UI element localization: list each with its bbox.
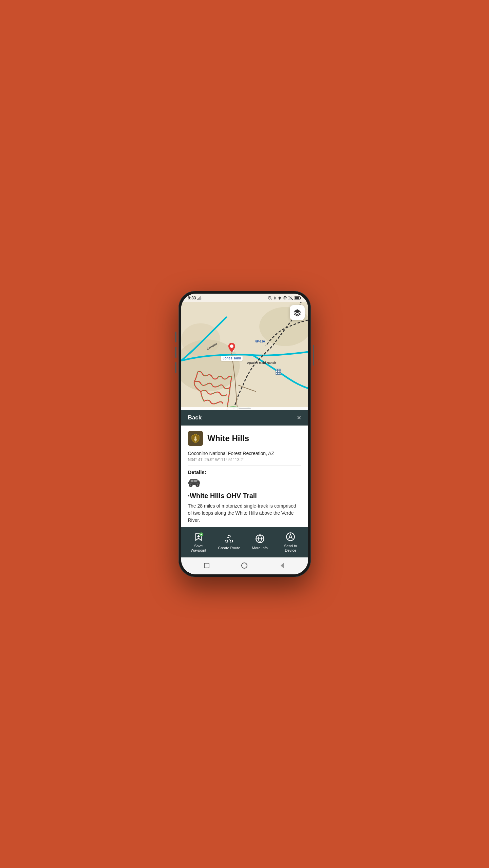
mute-icon [268, 296, 272, 300]
svg-rect-41 [188, 482, 189, 484]
svg-rect-28 [278, 373, 279, 374]
save-waypoint-label: SaveWaypoint [191, 544, 206, 553]
svg-point-38 [190, 485, 191, 486]
svg-rect-11 [291, 296, 292, 300]
silent-button[interactable] [175, 362, 176, 373]
more-info-label: More Info [252, 546, 268, 550]
wifi-icon [283, 296, 287, 300]
battery-icon [295, 296, 301, 300]
svg-rect-25 [278, 371, 279, 372]
trail-name: ·White Hills OHV Trail [188, 492, 301, 500]
action-bar: SaveWaypoint Create Route [181, 527, 308, 557]
svg-rect-35 [191, 480, 193, 482]
status-time-area: 9:33 ≡ [188, 296, 202, 300]
svg-rect-26 [279, 371, 280, 372]
status-bar: 9:33 ≡ [181, 294, 308, 302]
sheet-drag-handle[interactable] [181, 407, 308, 410]
square-icon [203, 562, 210, 569]
trail-description: The 28 miles of motorized single-track i… [188, 502, 301, 524]
svg-rect-2 [200, 297, 200, 300]
no-signal-icon [288, 296, 293, 300]
close-button[interactable]: × [297, 414, 301, 421]
nf-label: NF-120 [255, 340, 265, 343]
save-waypoint-icon [193, 531, 204, 542]
map-view[interactable]: Cornville NF-120 Apache Maid Ranch Jones… [181, 302, 308, 410]
sheet-header: Back × [181, 410, 308, 426]
vehicle-icon-area [188, 478, 301, 489]
svg-rect-42 [199, 482, 200, 484]
bookmark-plus-icon [194, 532, 203, 541]
usfs-logo [190, 433, 201, 443]
create-route-button[interactable]: Create Route [217, 533, 241, 550]
volume-up-button[interactable] [175, 332, 176, 342]
svg-rect-24 [276, 371, 277, 372]
svg-rect-0 [198, 299, 198, 300]
svg-point-7 [284, 299, 285, 300]
svg-rect-8 [288, 299, 289, 300]
signal-icon: ≡ [198, 296, 202, 300]
navigation-icon [286, 532, 295, 541]
create-route-label: Create Route [218, 546, 240, 550]
svg-line-5 [268, 296, 271, 300]
ohv-icon [188, 478, 200, 487]
layers-icon [293, 309, 301, 317]
more-info-button[interactable]: More Info [248, 533, 272, 550]
more-info-icon [255, 533, 265, 544]
bluetooth-icon [273, 296, 277, 300]
svg-rect-27 [276, 373, 277, 374]
send-to-device-icon [285, 531, 296, 542]
place-location: Coconino National Forest Recreation, AZ [188, 451, 301, 456]
svg-rect-36 [194, 480, 197, 482]
bottom-sheet: Back × White Hills [181, 410, 308, 574]
svg-rect-21 [276, 370, 277, 371]
apache-maid-label: Apache Maid Ranch [247, 361, 276, 364]
recent-apps-button[interactable] [202, 561, 211, 570]
back-arrow-icon [279, 562, 286, 569]
svg-marker-54 [289, 534, 292, 538]
pin-icon [227, 343, 237, 355]
place-coords: N34° 41' 25.9" W111° 51' 13.2" [188, 457, 301, 466]
location-pin[interactable]: Jones Tank [221, 343, 243, 361]
svg-point-40 [197, 485, 198, 486]
save-waypoint-button[interactable]: SaveWaypoint [187, 531, 210, 553]
send-to-device-label: Send toDevice [284, 544, 297, 553]
svg-rect-14 [300, 297, 301, 299]
svg-point-30 [230, 344, 233, 348]
svg-rect-29 [279, 373, 280, 374]
map-svg [181, 302, 308, 410]
details-label: Details: [188, 469, 301, 475]
route-icon [224, 534, 234, 544]
place-header: White Hills [188, 431, 301, 446]
svg-rect-22 [278, 370, 279, 371]
svg-marker-57 [281, 563, 284, 568]
svg-marker-31 [294, 309, 301, 313]
back-nav-button[interactable] [278, 561, 287, 570]
create-route-icon [224, 533, 234, 544]
svg-rect-23 [279, 370, 280, 371]
send-to-device-button[interactable]: Send toDevice [279, 531, 302, 553]
location-label: Jones Tank [221, 356, 243, 361]
globe-icon [255, 534, 265, 544]
home-button[interactable] [240, 561, 249, 570]
svg-rect-9 [289, 298, 290, 300]
svg-rect-32 [195, 440, 196, 441]
svg-text:≡: ≡ [202, 297, 202, 300]
circle-icon [241, 562, 248, 569]
back-button[interactable]: Back [188, 414, 202, 421]
svg-point-49 [228, 535, 230, 538]
volume-down-button[interactable] [175, 347, 176, 358]
svg-rect-1 [199, 298, 199, 300]
location-icon [278, 296, 281, 300]
phone-screen: 9:33 ≡ [181, 294, 308, 574]
sheet-content: White Hills Coconino National Forest Rec… [181, 426, 308, 527]
status-icons-area [268, 296, 301, 300]
phone-frame: 9:33 ≡ [178, 291, 311, 577]
power-button[interactable] [313, 345, 314, 366]
layer-toggle-button[interactable] [290, 305, 305, 320]
system-nav-bar [181, 557, 308, 574]
time-display: 9:33 [188, 296, 196, 300]
place-name: White Hills [208, 434, 249, 443]
drag-handle-bar [239, 408, 251, 409]
svg-rect-3 [201, 296, 201, 300]
svg-rect-15 [295, 297, 299, 299]
